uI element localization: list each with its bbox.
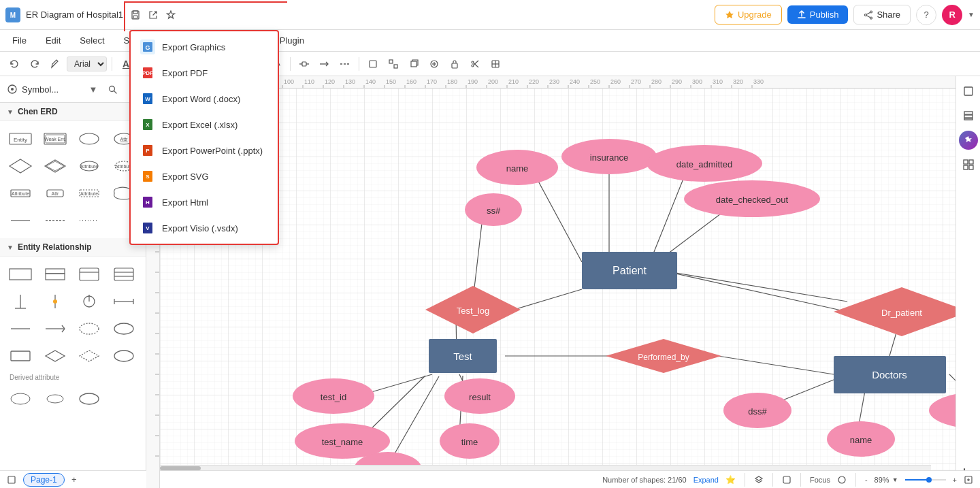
hscroll[interactable] [160,465,931,470]
upgrade-button[interactable]: Upgrade [715,5,782,25]
chen-double-diamond-shape[interactable] [40,154,70,178]
svg-rect-262 [964,160,968,164]
svg-text:190: 190 [468,78,478,85]
chen-line2[interactable] [40,208,70,233]
chen-diamond-shape[interactable] [5,154,35,178]
menu-plugin[interactable]: Plugin [276,33,308,48]
section-entity-relationship[interactable]: ▼ Entity Relationship [0,238,146,257]
redo-button[interactable] [26,55,44,73]
paint-button[interactable] [46,55,64,73]
svg-rect-259 [964,112,973,114]
shape-tool[interactable] [364,55,382,73]
export-svg-item[interactable]: S Export SVG [131,163,278,189]
export-visio-item[interactable]: V Export Visio (.vsdx) [131,215,278,241]
format-button[interactable] [782,475,791,485]
svg-text:H: H [146,199,150,206]
page-nav-prev[interactable] [7,475,16,485]
right-panel-layers[interactable] [959,106,978,125]
share-button[interactable]: Share [853,5,911,25]
user-avatar[interactable]: R [942,5,962,25]
er-derived3[interactable] [74,387,104,411]
sidebar-search-btn[interactable] [105,82,120,97]
right-panel-magic[interactable] [959,131,978,150]
page-tab-1[interactable]: Page-1 [23,473,65,487]
star-icon[interactable] [164,8,178,22]
canvas-content[interactable]: Patient Test Doctors Test_log Dr_patient… [160,88,956,488]
focus-button[interactable]: Focus [810,476,830,484]
export-word-item[interactable]: W Export Word (.docx) [131,86,278,112]
chen-attr-shape3[interactable]: Attribute [5,181,35,206]
er-rect1[interactable] [5,262,35,287]
chen-attr-shape5[interactable]: Attribute [74,181,104,206]
export-excel-item[interactable]: X Export Excel (.xlsx) [131,112,278,137]
save-icon[interactable] [129,8,142,22]
clone-tool[interactable] [405,55,423,73]
chen-attr-shape[interactable] [74,127,104,151]
zoom-out-button[interactable]: - [865,476,868,484]
chen-line3[interactable] [74,208,104,233]
shape-tool2[interactable] [385,55,402,73]
er-connector4[interactable] [109,289,139,314]
export-html-icon: H [140,195,155,210]
layers-button[interactable] [754,475,764,485]
er-connector3[interactable] [74,289,104,314]
line-dash[interactable] [336,55,354,73]
export-pptx-item[interactable]: P Export PowerPoint (.pptx) [131,137,278,163]
avatar-dropdown-icon[interactable]: ▼ [968,11,975,18]
er-rect4[interactable] [109,262,139,287]
zoom-slider[interactable] [905,477,946,483]
er-rect2[interactable] [40,262,70,287]
external-link-icon[interactable] [146,8,160,22]
er-ellipse2[interactable] [109,316,139,341]
er-ellipse[interactable] [74,316,104,341]
zoom-in-button[interactable]: + [953,476,957,484]
svg-rect-90 [11,351,30,361]
er-derived2[interactable] [40,387,70,411]
connection-style[interactable] [295,55,313,73]
er-shape2[interactable] [40,344,70,368]
chen-weak-entity-shape[interactable]: Weak Ent. [40,127,70,151]
er-derived1[interactable] [5,387,35,411]
arrow-style[interactable] [316,55,333,73]
help-button[interactable]: ? [916,5,936,25]
menu-select[interactable]: Select [76,33,108,48]
page-add-button[interactable]: + [67,473,81,487]
sidebar-expand-btn[interactable]: ▼ [86,82,101,97]
table-tool[interactable] [487,55,504,73]
svg-text:name: name [850,435,872,445]
chen-line1[interactable] [5,208,35,233]
export-graphics-item[interactable]: G Export Graphics [131,34,278,60]
svg-text:Attribute: Attribute [80,164,98,169]
right-panel-edit[interactable] [959,82,978,101]
fit-button[interactable] [964,475,973,485]
expand-button[interactable]: Expand [693,476,719,484]
scissors-tool[interactable] [466,55,484,73]
er-rect3[interactable] [74,262,104,287]
chen-entity-shape[interactable]: Entity [5,127,35,151]
svg-point-95 [47,395,63,403]
export-pdf-item[interactable]: PDF Export PDF [131,60,278,86]
er-title: Entity Relationship [18,242,139,252]
publish-button[interactable]: Publish [787,5,849,24]
chen-attr-shape4[interactable]: Attr [40,181,70,206]
er-line1[interactable] [5,316,35,341]
font-selector[interactable]: Arial [67,56,107,71]
er-connector1[interactable] [5,289,35,314]
er-connector2[interactable] [40,289,70,314]
er-shape4[interactable] [109,344,139,368]
lock-tool[interactable] [446,55,463,73]
er-shape3[interactable] [74,344,104,368]
undo-button[interactable] [5,55,23,73]
er-shape1[interactable] [5,344,35,368]
export-html-item[interactable]: H Export Html [131,189,278,215]
er-line2[interactable] [40,316,70,341]
chen-attr-shape2[interactable]: Attribute [74,154,104,178]
svg-text:330: 330 [753,78,764,85]
menu-file[interactable]: File [8,33,31,48]
right-panel-grid[interactable] [959,155,978,174]
chen-erd-title: Chen ERD [18,107,139,116]
section-chen-erd[interactable]: ▼ Chen ERD [0,103,146,121]
zoom-level[interactable]: 89% ▼ [875,476,898,484]
menu-edit[interactable]: Edit [42,33,65,48]
cursor-tool[interactable] [425,55,443,73]
